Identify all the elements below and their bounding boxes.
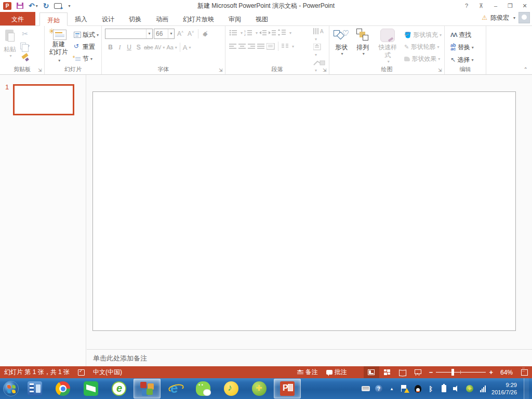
replace-button[interactable]: abac 替换▾ [449, 42, 485, 53]
bold-button[interactable]: B [106, 42, 115, 52]
restore-button[interactable]: ❐ [503, 0, 517, 11]
paragraph-dialog-launcher[interactable]: ⇲ [323, 68, 328, 73]
zoom-out-button[interactable]: − [429, 368, 433, 376]
zoom-slider-handle[interactable] [451, 369, 454, 376]
reset-button[interactable]: 重置 [72, 41, 100, 52]
arrange-button[interactable]: 排列▾ [352, 27, 373, 65]
tab-review[interactable]: 审阅 [221, 12, 248, 25]
cut-button[interactable]: ✂ [19, 28, 31, 39]
tab-transitions[interactable]: 切换 [122, 12, 149, 25]
zoom-in-button[interactable]: + [489, 368, 493, 376]
distribute-button[interactable] [267, 43, 275, 50]
font-color-button[interactable]: A▾ [182, 42, 192, 52]
spellcheck-button[interactable] [74, 366, 89, 378]
decrease-indent-button[interactable] [259, 29, 267, 36]
tab-file[interactable]: 文件 [0, 12, 35, 25]
avatar[interactable] [518, 12, 530, 23]
shape-fill-button[interactable]: 🪣 形状填充▾ [403, 29, 443, 41]
layout-button[interactable]: 版式▾ [72, 29, 100, 41]
bullets-button[interactable] [229, 29, 237, 36]
increase-indent-button[interactable] [269, 29, 276, 36]
customize-qat-icon[interactable]: ▾ [67, 1, 70, 10]
tab-insert[interactable]: 插入 [68, 12, 95, 25]
start-slideshow-icon[interactable] [54, 1, 62, 10]
change-case-button[interactable]: Aa▾ [166, 42, 177, 52]
paste-button[interactable]: 粘贴 ▾ [1, 27, 19, 65]
shape-outline-button[interactable]: ✎ 形状轮廓▾ [403, 41, 443, 52]
start-button[interactable] [1, 379, 21, 398]
collapse-ribbon-icon[interactable]: ⌃ [524, 66, 528, 72]
battery-icon[interactable] [440, 384, 448, 393]
notes-toggle[interactable]: 备注 [293, 366, 322, 378]
font-dialog-launcher[interactable]: ⇲ [219, 68, 224, 73]
notes-placeholder[interactable]: 单击此处添加备注 [93, 354, 147, 363]
align-center-button[interactable] [238, 43, 246, 49]
slide-sorter-view-button[interactable] [379, 366, 395, 378]
clock[interactable]: 9:29 2016/7/26 [491, 381, 519, 396]
strikethrough-button[interactable]: abc [143, 42, 154, 52]
tab-home[interactable]: 开始 [39, 12, 68, 26]
section-button[interactable]: 节▾ [72, 53, 100, 64]
italic-button[interactable]: I [115, 42, 124, 52]
align-left-button[interactable] [229, 43, 237, 49]
account-dropdown-icon[interactable]: ▾ [513, 16, 515, 20]
format-painter-button[interactable] [19, 52, 31, 63]
minimize-button[interactable]: – [488, 0, 503, 11]
input-method-icon[interactable] [362, 384, 370, 393]
tab-animations[interactable]: 动画 [149, 12, 176, 25]
increase-font-size-button[interactable]: A˄ [176, 30, 185, 38]
show-desktop-button[interactable] [524, 378, 529, 399]
underline-button[interactable]: U [125, 42, 134, 52]
undo-icon[interactable]: ↶▾ [29, 1, 38, 10]
shapes-button[interactable]: ♡ 形状▾ [330, 27, 352, 65]
align-text-button[interactable]: ▾ [313, 44, 326, 58]
slideshow-view-button[interactable] [410, 366, 426, 378]
paste-dropdown-icon[interactable]: ▾ [9, 54, 11, 58]
decrease-font-size-button[interactable]: A˅ [186, 30, 195, 38]
redo-icon[interactable]: ↻ [43, 1, 49, 10]
action-center-icon[interactable] [401, 384, 409, 393]
help-button[interactable]: ? [459, 0, 474, 11]
text-direction-button[interactable]: A ▾ [313, 28, 326, 42]
taskbar-360-safety[interactable] [246, 379, 273, 398]
close-button[interactable]: ✕ [517, 0, 532, 11]
bluetooth-icon[interactable]: ᛒ [427, 384, 435, 393]
taskbar-puzzle-app[interactable] [134, 379, 161, 398]
slide-canvas[interactable] [92, 91, 516, 331]
new-slide-button[interactable]: ✳ 新建幻灯片 ▾ [46, 27, 72, 65]
taskbar-video-app[interactable] [77, 379, 104, 398]
clear-formatting-button[interactable]: ◆̸ [201, 30, 209, 38]
select-button[interactable]: ↖ 选择▾ [449, 54, 485, 65]
save-icon[interactable] [17, 1, 23, 10]
zoom-level[interactable]: 64% [496, 366, 517, 378]
slide-thumbnail[interactable] [13, 84, 74, 115]
tab-design[interactable]: 设计 [95, 12, 122, 25]
network-icon[interactable] [478, 384, 487, 393]
numbering-button[interactable]: 12 [244, 29, 252, 36]
align-right-button[interactable] [248, 43, 256, 49]
normal-view-button[interactable] [364, 366, 379, 378]
font-name-combo[interactable]: ▾ [105, 29, 153, 39]
copy-button[interactable]: ▾ [19, 40, 31, 51]
taskbar-wechat[interactable] [190, 379, 217, 398]
taskbar-qq-music[interactable] [218, 379, 245, 398]
show-hidden-icons[interactable]: ▴ [388, 384, 396, 393]
taskbar-360-browser[interactable] [105, 379, 132, 398]
text-shadow-button[interactable]: S [134, 42, 143, 52]
tab-view[interactable]: 视图 [248, 12, 275, 25]
font-size-combo[interactable]: 66▾ [154, 29, 175, 39]
notes-pane[interactable]: 单击此处添加备注 [87, 350, 532, 366]
language-indicator[interactable]: 中文(中国) [89, 366, 126, 378]
account-name[interactable]: 陈俊宏 [490, 14, 509, 22]
comments-toggle[interactable]: 批注 [322, 366, 351, 378]
taskbar-internet-explorer[interactable] [162, 379, 189, 398]
fit-slide-button[interactable] [517, 366, 532, 378]
justify-button[interactable] [257, 43, 265, 49]
zoom-slider[interactable] [436, 366, 486, 378]
columns-button[interactable] [282, 43, 289, 49]
taskbar-powerpoint[interactable] [274, 379, 301, 398]
find-button[interactable]: ΛΛ 查找 [449, 29, 485, 41]
reading-view-button[interactable] [395, 366, 410, 378]
drawing-dialog-launcher[interactable]: ⇲ [438, 68, 443, 73]
quick-styles-button[interactable]: 快速样式▾ [373, 27, 402, 65]
